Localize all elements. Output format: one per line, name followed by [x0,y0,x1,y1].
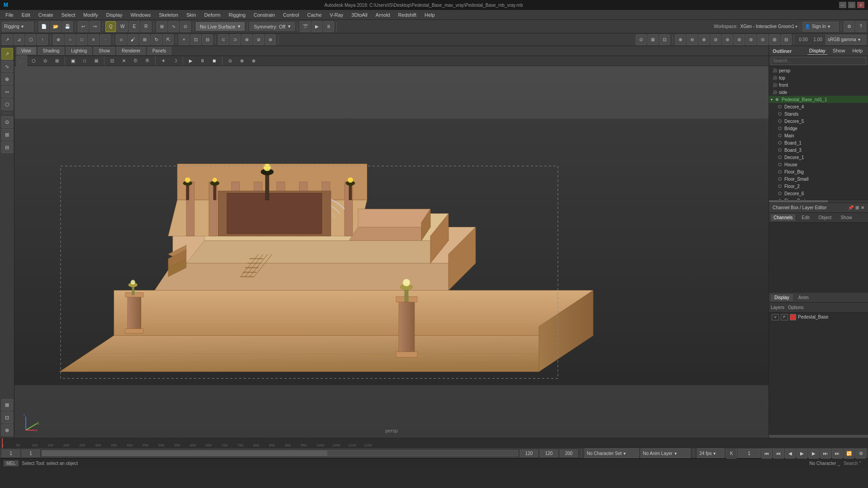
cb-tab-show[interactable]: Show [838,214,854,221]
misc1-btn[interactable]: ⊕ [675,34,686,45]
vp-tb-grid[interactable]: ⊞ [52,56,62,66]
new-file-btn[interactable]: 📄 [38,21,49,32]
menu-rigging[interactable]: Rigging [225,11,249,19]
timeline-end2-input[interactable] [540,450,558,457]
menu-arnold[interactable]: Arnold [372,11,394,19]
fps-dropdown[interactable]: 24 fps ▾ [697,448,724,458]
vp-tb-x[interactable]: ✕ [118,56,129,66]
cb-tab-edit[interactable]: Edit [799,214,812,221]
tree-item-board3[interactable]: ⬡ Board_3 [769,146,868,154]
bevel-btn[interactable]: ⊛ [265,34,276,45]
save-file-btn[interactable]: 💾 [62,21,73,32]
menu-skeleton[interactable]: Skeleton [155,11,182,19]
view-cube-btn[interactable]: ⊠ [647,34,658,45]
snap-pts-btn[interactable]: ⊙ [636,34,646,45]
paint-select-btn[interactable]: 🖌 [127,34,138,45]
curve-btn[interactable]: ∾ [1,86,13,98]
extrude-btn[interactable]: ⊘ [253,34,264,45]
next-key-btn[interactable]: ⏭ [820,448,831,459]
menu-windows[interactable]: Windows [127,11,155,19]
vp-tab-renderer[interactable]: Renderer [117,47,146,55]
menu-deform[interactable]: Deform [201,11,224,19]
tree-item-decore6[interactable]: ⬡ Decore_6 [769,190,868,197]
misc9-btn[interactable]: ⊞ [769,34,780,45]
jump-end-btn[interactable]: ⏭ [832,448,843,459]
tree-item-stands[interactable]: ⬡ Stands [769,110,868,117]
face-btn[interactable]: □ [76,34,87,45]
layer-visibility[interactable]: V [772,314,779,320]
tree-item-side[interactable]: 🎥 side [769,89,868,96]
misc5-btn[interactable]: ⊛ [722,34,733,45]
settings-btn[interactable]: ⚙ [844,21,854,32]
pivot-btn[interactable]: + [179,34,189,45]
rotate-comp-btn[interactable]: ↻ [151,34,162,45]
vp-tb-camera2[interactable]: ⬡ [28,56,39,66]
undo-btn[interactable]: ↩ [78,21,89,32]
viewport-gizmo2[interactable]: ⊞ [1,129,13,141]
timeline-start-input[interactable] [2,450,20,457]
vp-tb-render[interactable]: ▶ [185,56,196,66]
viewport-gizmo5[interactable]: ⊡ [1,412,13,423]
misc2-btn[interactable]: ⊖ [687,34,698,45]
scale-tool-btn[interactable]: R [141,21,151,32]
sculpt-btn[interactable]: ⊕ [1,73,13,85]
frame-input2[interactable]: 1 [738,449,760,458]
cb-pin-btn[interactable]: 📌 [848,205,854,210]
layer-playback[interactable]: P [781,314,788,320]
vp-tb-snap1[interactable]: ⊙ [225,56,236,66]
timeline-end3-input[interactable] [560,450,578,457]
menu-redshift[interactable]: Redshift [395,11,420,19]
bridge-btn[interactable]: ⊃ [230,34,241,45]
layer-row-pedestal[interactable]: V P Pedestal_Base [769,313,868,322]
cb-expand-btn[interactable]: ⊞ [855,205,859,210]
redo-btn[interactable]: ↪ [90,21,100,32]
ipr-btn[interactable]: ▶ [311,21,322,32]
hud-btn[interactable]: ⊡ [659,34,670,45]
rotate-tool-btn[interactable]: E [129,21,140,32]
tree-item-floor-small[interactable]: ⬡ Floor_Small [769,175,868,183]
tree-item-house[interactable]: ⬡ House [769,161,868,168]
tree-item-main[interactable]: ⬡ Main [769,132,868,139]
prev-frame-btn[interactable]: ◀ [785,448,796,459]
cb-tab-object[interactable]: Object [816,214,835,221]
misc10-btn[interactable]: ⊟ [781,34,792,45]
object-mode-btn[interactable]: ○ [65,34,75,45]
vertex-btn[interactable]: · [100,34,111,45]
loop-btn[interactable]: 🔁 [844,448,854,459]
tree-item-decore4[interactable]: ⬡ Decore_4 [769,103,868,110]
no-anim-layer-dropdown[interactable]: No Anim Layer ▾ [641,448,690,458]
tree-item-bridge[interactable]: ⬡ Bridge [769,125,868,132]
move-tool-btn[interactable]: W [117,21,128,32]
outliner-tab-show[interactable]: Show [831,47,847,55]
align-btn[interactable]: ⊟ [202,34,213,45]
vp-tb-camera3[interactable]: ⊙ [40,56,51,66]
vp-tb-wire[interactable]: □ [79,56,90,66]
snap-point-btn[interactable]: ⊙ [180,21,191,32]
tree-item-persp[interactable]: 🎥 persp [769,67,868,74]
maximize-btn[interactable]: □ [848,2,855,8]
outliner-tab-help[interactable]: Help [850,47,864,55]
menu-help[interactable]: Help [421,11,439,19]
vp-tab-panels[interactable]: Panels [147,47,171,55]
vp-tab-shading[interactable]: Shading [38,47,65,55]
vp-tb-smooth[interactable]: ⊠ [91,56,102,66]
soft-select-btn[interactable]: ⌾ [116,34,127,45]
workspace-arrow[interactable]: ▾ [795,24,797,29]
sign-in-btn[interactable]: 👤 Sign In ▾ [802,22,839,32]
move-comp-btn[interactable]: ⊞ [139,34,150,45]
boolean-btn[interactable]: ⊂ [218,34,229,45]
select-lasso-btn[interactable]: ⊿ [14,34,24,45]
options-btn[interactable]: Options [788,305,803,310]
render-btn[interactable]: 🎬 [300,21,311,32]
lang-selector[interactable]: MEL [4,460,19,466]
vp-tb-c[interactable]: © [130,56,141,66]
cb-tab-channels[interactable]: Channels [771,214,795,221]
merge-btn[interactable]: ⊗ [241,34,252,45]
settings-btn2[interactable]: ⚙ [855,448,866,459]
edge-btn[interactable]: ≡ [88,34,99,45]
close-btn[interactable]: ✕ [857,2,864,8]
menu-display[interactable]: Display [103,11,126,19]
cb-close-btn[interactable]: ✕ [861,205,864,210]
menu-control[interactable]: Control [279,11,302,19]
menu-cache[interactable]: Cache [304,11,326,19]
